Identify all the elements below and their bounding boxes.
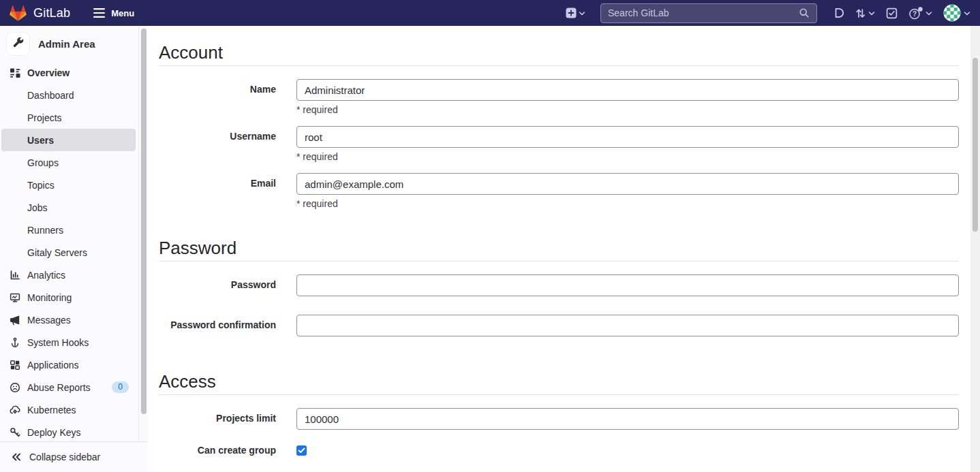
divider	[159, 261, 959, 262]
avatar	[943, 4, 961, 22]
sidebar-item-groups[interactable]: Groups	[1, 151, 136, 174]
gitlab-home-link[interactable]: GitLab	[10, 5, 70, 22]
svg-text:?: ?	[913, 10, 917, 18]
sidebar-item-label: Topics	[27, 180, 55, 191]
sidebar-item-applications[interactable]: Applications	[1, 353, 136, 376]
sidebar-item-label: Jobs	[27, 202, 48, 213]
sidebar-item-dashboard[interactable]: Dashboard	[1, 84, 136, 106]
sidebar-item-label: Overview	[27, 67, 70, 78]
chevron-down-icon	[925, 10, 932, 16]
email-field[interactable]	[296, 173, 959, 195]
top-navbar: GitLab Menu Search GitLab	[0, 0, 980, 26]
sidebar-item-runners[interactable]: Runners	[1, 219, 136, 241]
wrench-icon	[12, 37, 25, 50]
chevron-down-icon	[964, 10, 970, 16]
search-input[interactable]: Search GitLab	[600, 3, 817, 23]
todo-icon	[886, 7, 898, 19]
section-access: Access Projects limit Can create group	[159, 371, 959, 456]
sidebar-item-deploy-keys[interactable]: Deploy Keys	[1, 421, 136, 443]
todos-button[interactable]	[886, 7, 898, 19]
sidebar-scrollbar[interactable]	[138, 26, 148, 441]
sidebar-item-messages[interactable]: Messages	[1, 309, 136, 331]
sidebar-context-header[interactable]: Admin Area	[1, 31, 147, 56]
required-note: * required	[296, 104, 959, 116]
name-field[interactable]	[296, 79, 959, 101]
gitlab-admin-page: GitLab Menu Search GitLab	[0, 0, 980, 472]
form-row-can-create-group: Can create group	[159, 440, 959, 456]
collapse-sidebar-label: Collapse sidebar	[29, 452, 100, 462]
sidebar-item-label: Gitaly Servers	[27, 247, 87, 258]
key-icon	[10, 427, 20, 438]
logo-text: GitLab	[33, 6, 70, 20]
divider	[159, 65, 959, 66]
sidebar-item-label: Messages	[27, 315, 71, 326]
password-confirmation-field[interactable]	[296, 315, 959, 336]
collapse-sidebar-button[interactable]: Collapse sidebar	[0, 441, 148, 472]
admin-area-tile	[7, 33, 29, 55]
sidebar-item-analytics[interactable]: Analytics	[1, 264, 136, 286]
sidebar-item-monitoring[interactable]: Monitoring	[1, 286, 136, 309]
sidebar-item-kubernetes[interactable]: Kubernetes	[1, 398, 136, 421]
form-row-password: Password	[159, 274, 959, 296]
hamburger-icon	[93, 8, 105, 18]
page-scrollbar[interactable]	[970, 26, 980, 472]
sidebar-item-topics[interactable]: Topics	[1, 174, 136, 196]
username-field[interactable]	[296, 126, 959, 148]
abuse-reports-icon	[10, 382, 20, 393]
password-field[interactable]	[296, 274, 959, 296]
merge-requests-button[interactable]	[855, 7, 875, 19]
new-menu-button[interactable]	[566, 7, 585, 18]
page-scrollbar-thumb[interactable]	[973, 58, 978, 232]
user-menu-button[interactable]	[943, 4, 970, 22]
issues-button[interactable]	[832, 7, 844, 19]
sidebar-item-users[interactable]: Users	[1, 129, 136, 151]
menu-button[interactable]: Menu	[93, 8, 134, 18]
sidebar-title: Admin Area	[38, 38, 95, 50]
divider	[159, 394, 959, 395]
email-label: Email	[159, 173, 276, 210]
projects-limit-label: Projects limit	[159, 408, 276, 430]
search-placeholder: Search GitLab	[608, 7, 799, 18]
password-confirmation-label: Password confirmation	[159, 315, 276, 336]
sidebar-item-gitaly-servers[interactable]: Gitaly Servers	[1, 241, 136, 264]
sidebar-scrollbar-thumb[interactable]	[141, 29, 147, 414]
gitlab-tanuki-icon	[10, 5, 27, 22]
required-note: * required	[296, 198, 959, 210]
form-row-password-confirmation: Password confirmation	[159, 315, 959, 336]
can-create-group-checkbox[interactable]	[296, 445, 307, 456]
form-row-email: Email * required	[159, 173, 959, 210]
sidebar-item-label: Runners	[27, 225, 63, 236]
sidebar-nav: Overview Dashboard Projects Users Groups…	[0, 61, 148, 443]
chevron-down-icon	[868, 10, 875, 16]
merge-request-icon	[855, 7, 866, 19]
abuse-reports-count-badge: 0	[112, 381, 129, 393]
form-row-username: Username * required	[159, 126, 959, 163]
bullhorn-icon	[10, 315, 20, 326]
kubernetes-icon	[10, 405, 20, 415]
sidebar-item-label: Projects	[27, 112, 62, 123]
issues-icon	[832, 7, 844, 19]
section-password: Password Password Password confirmation	[159, 238, 959, 336]
section-title-account: Account	[159, 42, 959, 63]
sidebar-item-system-hooks[interactable]: System Hooks	[1, 331, 136, 353]
overview-icon	[10, 67, 20, 78]
can-create-group-label: Can create group	[159, 440, 276, 456]
sidebar-item-abuse-reports[interactable]: Abuse Reports 0	[1, 376, 136, 398]
sidebar-item-label: Abuse Reports	[27, 382, 91, 393]
sidebar-item-projects[interactable]: Projects	[1, 106, 136, 129]
hook-icon	[10, 337, 20, 348]
section-account: Account Name * required Username * requi…	[159, 42, 959, 210]
help-icon: ?	[908, 7, 923, 20]
section-title-password: Password	[159, 238, 959, 258]
collapse-chevrons-icon	[11, 452, 22, 462]
sidebar-item-overview[interactable]: Overview	[1, 61, 136, 84]
sidebar-item-label: Kubernetes	[27, 405, 76, 415]
required-note: * required	[296, 151, 959, 163]
projects-limit-field[interactable]	[296, 408, 959, 430]
checkmark-icon	[298, 447, 305, 454]
sidebar-item-jobs[interactable]: Jobs	[1, 196, 136, 219]
help-menu-button[interactable]: ?	[908, 7, 932, 20]
search-icon	[799, 7, 810, 18]
user-edit-form: Account Name * required Username * requi…	[148, 26, 970, 472]
sidebar-item-label: System Hooks	[27, 337, 89, 348]
